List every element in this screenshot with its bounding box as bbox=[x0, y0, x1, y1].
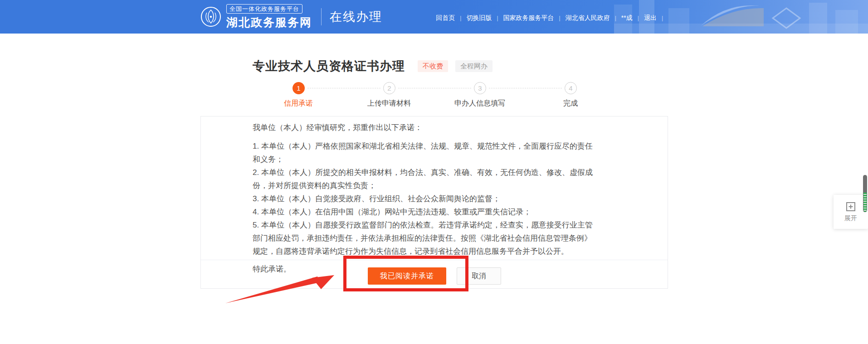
top-header: 全国一体化政务服务平台 湖北政务服务网 在线办理 回首页 | 切换旧版 | 国家… bbox=[0, 0, 868, 34]
cancel-button[interactable]: 取消 bbox=[457, 267, 501, 285]
nav-separator: | bbox=[615, 15, 616, 21]
national-emblem-icon bbox=[200, 6, 221, 27]
step-2-label: 上传申请材料 bbox=[348, 99, 430, 108]
online-badge: 全程网办 bbox=[455, 60, 493, 72]
commitment-intro: 我单位（本人）经审慎研究，郑重作出以下承诺： bbox=[253, 121, 596, 134]
step-connector bbox=[489, 88, 562, 88]
step-4-label: 完成 bbox=[530, 99, 611, 108]
page-title: 专业技术人员资格证书办理 bbox=[253, 58, 405, 74]
section-title: 在线办理 bbox=[330, 9, 382, 25]
nav-national-platform-link[interactable]: 国家政务服务平台 bbox=[503, 14, 554, 22]
nav-separator: | bbox=[497, 15, 498, 21]
site-logo[interactable]: 全国一体化政务服务平台 湖北政务服务网 bbox=[200, 4, 312, 30]
step-3-label: 申办人信息填写 bbox=[439, 99, 521, 108]
nav-separator: | bbox=[662, 15, 663, 21]
platform-badge: 全国一体化政务服务平台 bbox=[226, 4, 302, 14]
step-1-circle: 1 bbox=[293, 82, 305, 94]
nav-logout-link[interactable]: 退出 bbox=[644, 14, 657, 22]
commitment-box: 我单位（本人）经审慎研究，郑重作出以下承诺： 1. 本单位（本人）严格依照国家和… bbox=[200, 116, 668, 289]
commitment-item-3: 3. 本单位（本人）自觉接受政府、行业组织、社会公众新闻舆论的监督； bbox=[253, 192, 596, 205]
step-4-circle: 4 bbox=[565, 82, 577, 94]
commitment-item-4: 4. 本单位（本人）在信用中国（湖北）网站中无违法违规、较重或严重失信记录； bbox=[253, 205, 596, 218]
commitment-item-2: 2. 本单位（本人）所提交的相关申报材料，均合法、真实、准确、有效，无任何伪造、… bbox=[253, 166, 596, 192]
step-1-label: 信用承诺 bbox=[258, 99, 339, 108]
nav-hubei-gov-link[interactable]: 湖北省人民政府 bbox=[566, 14, 610, 22]
scrollbar-stripes-icon bbox=[863, 193, 867, 212]
step-indicator: 1 2 3 4 信用承诺 上传申请材料 申办人信息填写 完成 bbox=[200, 82, 668, 109]
nav-separator: | bbox=[638, 15, 639, 21]
commitment-text: 我单位（本人）经审慎研究，郑重作出以下承诺： 1. 本单位（本人）严格依照国家和… bbox=[201, 116, 668, 276]
button-row-divider bbox=[201, 260, 668, 260]
site-name: 湖北政务服务网 bbox=[226, 15, 312, 30]
confirm-button[interactable]: 我已阅读并承诺 bbox=[368, 267, 446, 285]
step-connector bbox=[398, 88, 471, 88]
step-3-circle: 3 bbox=[474, 82, 486, 94]
commitment-item-1: 1. 本单位（本人）严格依照国家和湖北省相关法律、法规、规章、规范性文件，全面履… bbox=[253, 140, 596, 166]
nav-username[interactable]: **成 bbox=[621, 14, 633, 22]
step-2-circle: 2 bbox=[383, 82, 395, 94]
header-divider bbox=[321, 8, 322, 25]
nav-separator: | bbox=[559, 15, 561, 21]
expand-label: 展开 bbox=[844, 214, 857, 223]
nav-home-link[interactable]: 回首页 bbox=[436, 14, 455, 22]
nav-old-version-link[interactable]: 切换旧版 bbox=[466, 14, 492, 22]
header-nav: 回首页 | 切换旧版 | 国家政务服务平台 | 湖北省人民政府 | **成 | … bbox=[436, 14, 668, 22]
step-connector bbox=[307, 88, 380, 88]
scrollbar-thumb[interactable] bbox=[863, 175, 867, 212]
nav-separator: | bbox=[460, 15, 461, 21]
fee-badge: 不收费 bbox=[418, 60, 448, 72]
page-title-row: 专业技术人员资格证书办理 不收费 全程网办 bbox=[253, 58, 493, 74]
commitment-item-5: 5. 本单位（本人）自愿接受行政监督部门的依法检查。若违背承诺约定，经查实，愿意… bbox=[253, 218, 596, 258]
expand-icon bbox=[846, 202, 856, 212]
